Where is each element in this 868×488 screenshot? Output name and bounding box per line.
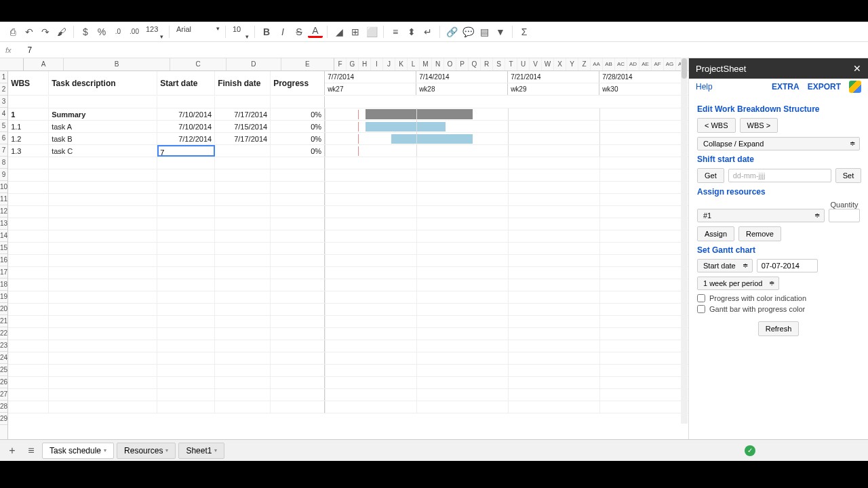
gantt-start-select[interactable]: Start date (697, 259, 753, 272)
cell[interactable] (8, 255, 49, 266)
col-header[interactable]: AG (664, 58, 676, 70)
col-header[interactable]: AD (627, 58, 639, 70)
cell[interactable]: 1.1 (8, 121, 49, 132)
row-header[interactable]: 21 (0, 315, 7, 327)
cell[interactable] (49, 206, 157, 218)
col-header[interactable]: AA (591, 58, 603, 70)
cell[interactable] (49, 316, 157, 327)
row-header[interactable]: 23 (0, 340, 7, 352)
cell[interactable] (215, 340, 271, 352)
filter-icon[interactable]: ▼ (493, 24, 508, 39)
cell[interactable] (215, 255, 271, 266)
cell[interactable] (271, 255, 325, 266)
col-header[interactable]: H (359, 58, 371, 70)
assign-button[interactable]: Assign (697, 226, 734, 241)
cell[interactable]: 0% (271, 108, 325, 120)
col-header[interactable]: R (481, 58, 493, 70)
col-header[interactable]: J (383, 58, 395, 70)
row-header[interactable]: 19 (0, 291, 7, 303)
col-header[interactable]: AF (652, 58, 664, 70)
cell[interactable] (8, 328, 49, 340)
wbs-outdent-button[interactable]: < WBS (697, 118, 736, 133)
cell[interactable] (215, 194, 271, 205)
sync-status-icon[interactable]: ✓ (745, 445, 755, 456)
cell[interactable] (8, 243, 49, 254)
add-sheet-icon[interactable]: + (4, 443, 20, 459)
close-icon[interactable]: ✕ (853, 63, 861, 74)
cell[interactable] (215, 145, 271, 157)
row-header[interactable]: 25 (0, 364, 7, 376)
cell[interactable] (49, 352, 157, 364)
cell[interactable] (215, 377, 271, 388)
col-header[interactable]: X (554, 58, 566, 70)
cell[interactable] (157, 194, 215, 205)
cell[interactable] (271, 401, 325, 413)
cell[interactable]: Summary (49, 108, 157, 120)
cell[interactable] (215, 267, 271, 279)
cell[interactable] (215, 96, 271, 108)
cell[interactable] (49, 304, 157, 315)
cell[interactable] (157, 230, 215, 242)
cell[interactable] (8, 279, 49, 291)
cell[interactable] (157, 243, 215, 254)
cell[interactable] (8, 365, 49, 376)
cell[interactable] (8, 304, 49, 315)
row-header[interactable]: 22 (0, 327, 7, 340)
cell[interactable] (271, 96, 325, 108)
cell[interactable] (215, 243, 271, 254)
col-header[interactable]: V (530, 58, 542, 70)
cell[interactable] (271, 194, 325, 205)
col-header[interactable]: AE (639, 58, 652, 70)
gantt-start-date-input[interactable] (757, 259, 818, 272)
cell[interactable] (49, 157, 157, 169)
vertical-scrollbar[interactable] (681, 58, 688, 424)
cell[interactable] (8, 377, 49, 388)
cell[interactable] (8, 340, 49, 352)
row-header[interactable]: 3 (0, 96, 7, 108)
tab-task-schedule[interactable]: Task schedule▾ (42, 443, 114, 459)
col-header[interactable]: K (395, 58, 408, 70)
cell[interactable] (49, 340, 157, 352)
cell[interactable] (157, 267, 215, 279)
cell[interactable] (157, 157, 215, 169)
cell[interactable] (271, 340, 325, 352)
quantity-input[interactable] (829, 209, 860, 222)
row-header[interactable]: 13 (0, 218, 7, 230)
undo-icon[interactable]: ↶ (22, 24, 37, 39)
cell[interactable] (215, 206, 271, 218)
v-align-icon[interactable]: ⬍ (404, 24, 419, 39)
cell[interactable] (271, 218, 325, 230)
cell[interactable] (49, 169, 157, 181)
collapse-expand-dropdown[interactable]: Collapse / Expand (697, 137, 860, 150)
cell[interactable] (157, 365, 215, 376)
col-header[interactable]: AB (603, 58, 615, 70)
cell[interactable] (271, 182, 325, 193)
cell[interactable]: 7/17/2014 (215, 108, 271, 120)
tab-sheet1[interactable]: Sheet1▾ (178, 443, 224, 459)
col-header[interactable]: A (24, 58, 64, 70)
set-date-button[interactable]: Set (835, 168, 862, 183)
col-header[interactable]: B (64, 58, 170, 70)
cell[interactable] (49, 267, 157, 279)
cell[interactable] (215, 279, 271, 291)
row-header[interactable]: 27 (0, 388, 7, 401)
row-header[interactable]: 15 (0, 242, 7, 254)
col-header[interactable]: P (456, 58, 469, 70)
row-header[interactable]: 2 (0, 83, 7, 96)
cell[interactable]: Start date (157, 71, 215, 95)
cell[interactable] (157, 316, 215, 327)
cell[interactable] (8, 230, 49, 242)
row-header[interactable]: 9 (0, 169, 7, 181)
row-header[interactable]: 5 (0, 120, 7, 132)
paint-format-icon[interactable]: 🖌 (54, 24, 69, 39)
cell[interactable] (157, 279, 215, 291)
col-header[interactable]: D (226, 58, 281, 70)
row-header[interactable]: 11 (0, 193, 7, 205)
row-header[interactable]: 1 (0, 71, 7, 83)
cell[interactable] (271, 291, 325, 303)
cell[interactable] (157, 291, 215, 303)
cell[interactable] (271, 316, 325, 327)
cell[interactable]: 1.3 (8, 145, 49, 157)
cell[interactable] (8, 291, 49, 303)
drive-icon[interactable] (849, 81, 861, 93)
